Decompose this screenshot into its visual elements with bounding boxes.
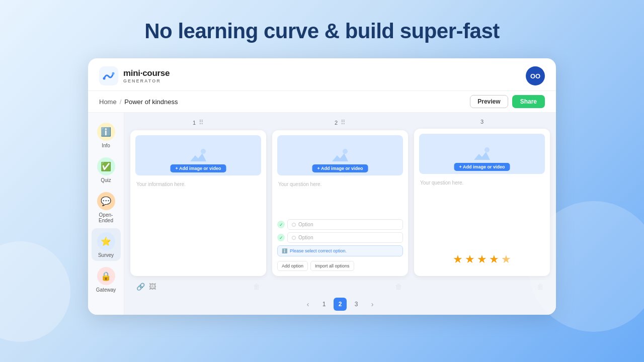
drag-icon-2: ⠿ [341,119,346,126]
svg-rect-7 [470,142,494,166]
sidebar-label-info: Info [102,143,110,148]
gateway-icon-circle: 🔒 [97,267,115,285]
option-input-2[interactable]: Option [287,232,403,243]
app-header: mini·course GENERATOR OO [88,58,556,91]
quiz-action-btns: Add option Import all options [277,261,403,271]
preview-button[interactable]: Preview [470,95,508,108]
star-3[interactable]: ★ [477,253,487,266]
sidebar-item-gateway[interactable]: 🔒 Gateway [92,263,121,296]
card-2-img-area: + Add image or video [277,135,403,175]
add-media-btn-3[interactable]: + Add image or video [454,163,510,171]
sidebar-label-survey: Survey [98,252,114,258]
card-2-text[interactable]: Your question here. [277,179,403,219]
page-btn-1[interactable]: 1 [317,298,331,311]
option-label-1: Option [298,222,313,227]
stars-row: ★ ★ ★ ★ ★ [419,248,545,271]
svg-point-2 [112,72,115,75]
card-1: + Add image or video Your information he… [130,130,266,276]
quiz-icon-circle: ✅ [97,157,115,175]
sidebar-label-quiz: Quiz [101,177,111,183]
star-5[interactable]: ★ [501,253,511,266]
card-3: + Add image or video Your question here.… [414,129,550,276]
page-headline: No learning curve & build super-fast [144,19,499,43]
import-options-btn[interactable]: Import all options [310,261,354,271]
logo-text: mini·course GENERATOR [123,68,170,83]
delete-icon-1[interactable]: 🗑 [253,283,260,291]
next-page-btn[interactable]: › [366,298,379,311]
sidebar-item-info[interactable]: ℹ️ Info [92,119,121,151]
warning-icon: ℹ️ [282,248,287,253]
breadcrumb-actions: Preview Share [470,95,545,108]
star-1[interactable]: ★ [453,253,463,266]
sidebar-item-open-ended[interactable]: 💬 Open-Ended [92,188,121,226]
add-media-btn-1[interactable]: + Add image or video [171,164,226,172]
warning-text: Please select correct option. [290,248,347,253]
svg-rect-3 [186,143,210,167]
sidebar-item-survey[interactable]: ⭐ Survey [92,228,121,261]
logo-icon [99,66,118,85]
card-3-img-placeholder [470,142,494,166]
sidebar-label-open-ended: Open-Ended [94,212,119,223]
card-2-footer: 🗑 [272,279,408,294]
page-btn-3[interactable]: 3 [350,298,363,311]
check-icon-1: ✓ [277,221,285,228]
header-right: OO [526,66,545,85]
delete-icon-3[interactable]: 🗑 [537,283,544,291]
card-column-3: 3 + Add image or video Your question her… [414,119,550,294]
share-button[interactable]: Share [512,95,545,108]
logo-name: mini·course [123,68,170,78]
info-icon-circle: ℹ️ [97,123,115,141]
card-3-footer: 🗑 [414,279,550,294]
app-container: mini·course GENERATOR OO Home / Power of… [88,58,556,315]
delete-icon-2[interactable]: 🗑 [395,283,402,291]
breadcrumb: Home / Power of kindness [99,98,178,106]
quiz-option-row-2: ✓ Option [277,232,403,243]
add-media-btn-2[interactable]: + Add image or video [312,164,368,172]
survey-icon-circle: ⭐ [97,232,115,250]
avatar: OO [526,66,545,85]
main-layout: ℹ️ Info ✅ Quiz 💬 Open-Ended ⭐ Survey 🔒 G… [88,113,556,315]
card-3-img-area: + Add image or video [419,134,545,174]
sidebar-item-quiz[interactable]: ✅ Quiz [92,153,121,186]
breadcrumb-separator: / [120,98,122,106]
card-number-bar-2: 2 ⠿ [272,119,408,127]
card-1-img-area: + Add image or video [135,135,261,175]
card-2: + Add image or video Your question here.… [272,130,408,276]
radio-dot-2 [292,236,296,240]
svg-point-4 [201,149,206,154]
option-input-1[interactable]: Option [287,219,403,230]
logo-area: mini·course GENERATOR [99,66,170,85]
warning-bar: ℹ️ Please select correct option. [277,245,403,256]
svg-point-1 [103,77,106,80]
card-3-text[interactable]: Your question here. [419,178,545,248]
option-label-2: Option [298,235,313,240]
add-option-btn[interactable]: Add option [277,261,308,271]
drag-icon-1: ⠿ [199,119,204,126]
card-number-bar-3: 3 [414,119,550,126]
card-1-footer: 🔗 🖼 🗑 [130,279,266,294]
sidebar: ℹ️ Info ✅ Quiz 💬 Open-Ended ⭐ Survey 🔒 G… [88,113,124,315]
card-number-bar-1: 1 ⠿ [130,119,266,127]
breadcrumb-home[interactable]: Home [99,98,117,106]
svg-point-6 [343,149,348,154]
breadcrumb-current: Power of kindness [124,98,178,106]
card-1-text[interactable]: Your information here. [135,179,261,271]
star-4[interactable]: ★ [489,253,499,266]
open-ended-icon-circle: 💬 [97,192,115,210]
pagination: ‹ 1 2 3 › [124,294,556,315]
sidebar-label-gateway: Gateway [96,287,116,293]
image-icon[interactable]: 🖼 [149,283,156,291]
card-num-1: 1 [193,120,196,126]
breadcrumb-bar: Home / Power of kindness Preview Share [88,91,556,113]
link-icon[interactable]: 🔗 [136,283,145,291]
card-num-3: 3 [480,119,484,125]
prev-page-btn[interactable]: ‹ [301,298,314,311]
card-1-img-placeholder [186,143,210,167]
svg-point-8 [485,147,490,152]
star-2[interactable]: ★ [465,253,475,266]
content-area: 1 ⠿ + Add image or video Your inf [124,113,556,315]
logo-sub: GENERATOR [123,78,170,83]
page-btn-2[interactable]: 2 [334,298,347,311]
quiz-option-row-1: ✓ Option [277,219,403,230]
card-2-img-placeholder [328,143,352,167]
